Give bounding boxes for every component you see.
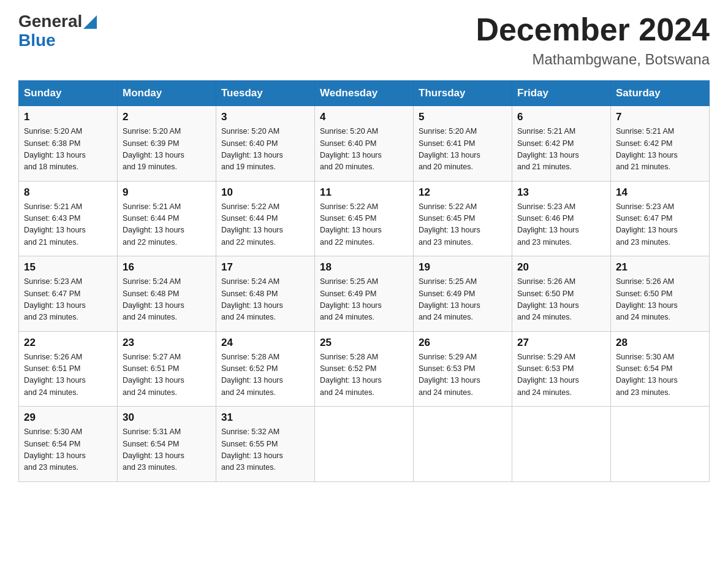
day-number: 29	[24, 412, 112, 424]
day-info: Sunrise: 5:26 AMSunset: 6:50 PMDaylight:…	[616, 276, 704, 324]
logo-triangle-icon	[83, 15, 97, 29]
day-cell: 31Sunrise: 5:32 AMSunset: 6:55 PMDayligh…	[216, 407, 315, 482]
day-cell: 28Sunrise: 5:30 AMSunset: 6:54 PMDayligh…	[611, 331, 710, 407]
day-cell: 9Sunrise: 5:21 AMSunset: 6:44 PMDaylight…	[118, 181, 216, 256]
day-info: Sunrise: 5:20 AMSunset: 6:41 PMDaylight:…	[419, 126, 507, 174]
day-cell: 23Sunrise: 5:27 AMSunset: 6:51 PMDayligh…	[118, 331, 216, 407]
day-info: Sunrise: 5:31 AMSunset: 6:54 PMDaylight:…	[123, 426, 211, 474]
day-number: 26	[419, 337, 507, 349]
day-cell: 15Sunrise: 5:23 AMSunset: 6:47 PMDayligh…	[19, 256, 118, 332]
day-cell	[414, 407, 512, 482]
day-cell: 3Sunrise: 5:20 AMSunset: 6:40 PMDaylight…	[216, 106, 315, 182]
day-cell: 22Sunrise: 5:26 AMSunset: 6:51 PMDayligh…	[19, 331, 118, 407]
day-cell: 7Sunrise: 5:21 AMSunset: 6:42 PMDaylight…	[611, 106, 710, 182]
day-info: Sunrise: 5:21 AMSunset: 6:44 PMDaylight:…	[123, 201, 211, 249]
day-cell: 16Sunrise: 5:24 AMSunset: 6:48 PMDayligh…	[118, 256, 216, 332]
day-cell: 19Sunrise: 5:25 AMSunset: 6:49 PMDayligh…	[414, 256, 512, 332]
day-number: 6	[517, 111, 605, 123]
day-info: Sunrise: 5:28 AMSunset: 6:52 PMDaylight:…	[221, 351, 309, 399]
day-number: 19	[419, 261, 507, 274]
day-number: 7	[616, 111, 704, 123]
day-info: Sunrise: 5:23 AMSunset: 6:46 PMDaylight:…	[517, 201, 605, 249]
day-number: 4	[320, 111, 408, 123]
day-number: 12	[419, 186, 507, 199]
day-number: 14	[616, 186, 704, 199]
day-cell: 12Sunrise: 5:22 AMSunset: 6:45 PMDayligh…	[414, 181, 512, 256]
day-number: 2	[123, 111, 211, 123]
header-monday: Monday	[118, 81, 216, 106]
page-header: General Blue December 2024 Mathambgwane,…	[18, 12, 710, 68]
day-info: Sunrise: 5:28 AMSunset: 6:52 PMDaylight:…	[320, 351, 408, 399]
day-number: 28	[616, 337, 704, 349]
day-info: Sunrise: 5:29 AMSunset: 6:53 PMDaylight:…	[419, 351, 507, 399]
logo-blue: Blue	[18, 31, 56, 50]
svg-marker-0	[83, 15, 97, 29]
day-cell: 11Sunrise: 5:22 AMSunset: 6:45 PMDayligh…	[315, 181, 414, 256]
day-info: Sunrise: 5:25 AMSunset: 6:49 PMDaylight:…	[320, 276, 408, 324]
logo-general: General	[18, 12, 82, 31]
day-info: Sunrise: 5:30 AMSunset: 6:54 PMDaylight:…	[616, 351, 704, 399]
day-number: 11	[320, 186, 408, 199]
day-number: 24	[221, 337, 309, 349]
day-info: Sunrise: 5:26 AMSunset: 6:50 PMDaylight:…	[517, 276, 605, 324]
day-cell: 5Sunrise: 5:20 AMSunset: 6:41 PMDaylight…	[414, 106, 512, 182]
day-info: Sunrise: 5:20 AMSunset: 6:40 PMDaylight:…	[221, 126, 309, 174]
day-cell: 10Sunrise: 5:22 AMSunset: 6:44 PMDayligh…	[216, 181, 315, 256]
day-number: 3	[221, 111, 309, 123]
day-info: Sunrise: 5:23 AMSunset: 6:47 PMDaylight:…	[24, 276, 112, 324]
day-number: 18	[320, 261, 408, 274]
day-info: Sunrise: 5:20 AMSunset: 6:39 PMDaylight:…	[123, 126, 211, 174]
header-sunday: Sunday	[19, 81, 118, 106]
calendar-title: December 2024	[476, 12, 710, 47]
day-cell: 29Sunrise: 5:30 AMSunset: 6:54 PMDayligh…	[19, 407, 118, 482]
day-info: Sunrise: 5:20 AMSunset: 6:38 PMDaylight:…	[24, 126, 112, 174]
day-info: Sunrise: 5:21 AMSunset: 6:42 PMDaylight:…	[616, 126, 704, 174]
day-cell: 13Sunrise: 5:23 AMSunset: 6:46 PMDayligh…	[512, 181, 611, 256]
week-row-1: 1Sunrise: 5:20 AMSunset: 6:38 PMDaylight…	[19, 106, 710, 182]
day-number: 13	[517, 186, 605, 199]
day-cell: 25Sunrise: 5:28 AMSunset: 6:52 PMDayligh…	[315, 331, 414, 407]
day-number: 10	[221, 186, 309, 199]
day-cell: 4Sunrise: 5:20 AMSunset: 6:40 PMDaylight…	[315, 106, 414, 182]
day-info: Sunrise: 5:27 AMSunset: 6:51 PMDaylight:…	[123, 351, 211, 399]
header-tuesday: Tuesday	[216, 81, 315, 106]
logo: General Blue	[18, 12, 97, 50]
day-cell: 17Sunrise: 5:24 AMSunset: 6:48 PMDayligh…	[216, 256, 315, 332]
header-row: SundayMondayTuesdayWednesdayThursdayFrid…	[19, 81, 710, 106]
day-cell: 6Sunrise: 5:21 AMSunset: 6:42 PMDaylight…	[512, 106, 611, 182]
day-cell: 30Sunrise: 5:31 AMSunset: 6:54 PMDayligh…	[118, 407, 216, 482]
day-cell: 8Sunrise: 5:21 AMSunset: 6:43 PMDaylight…	[19, 181, 118, 256]
day-cell: 18Sunrise: 5:25 AMSunset: 6:49 PMDayligh…	[315, 256, 414, 332]
day-info: Sunrise: 5:24 AMSunset: 6:48 PMDaylight:…	[123, 276, 211, 324]
day-cell: 24Sunrise: 5:28 AMSunset: 6:52 PMDayligh…	[216, 331, 315, 407]
day-info: Sunrise: 5:25 AMSunset: 6:49 PMDaylight:…	[419, 276, 507, 324]
day-cell: 27Sunrise: 5:29 AMSunset: 6:53 PMDayligh…	[512, 331, 611, 407]
week-row-3: 15Sunrise: 5:23 AMSunset: 6:47 PMDayligh…	[19, 256, 710, 332]
day-cell	[512, 407, 611, 482]
day-info: Sunrise: 5:21 AMSunset: 6:42 PMDaylight:…	[517, 126, 605, 174]
day-number: 20	[517, 261, 605, 274]
day-info: Sunrise: 5:32 AMSunset: 6:55 PMDaylight:…	[221, 426, 309, 474]
title-block: December 2024 Mathambgwane, Botswana	[476, 12, 710, 68]
day-number: 30	[123, 412, 211, 424]
day-number: 27	[517, 337, 605, 349]
day-cell: 1Sunrise: 5:20 AMSunset: 6:38 PMDaylight…	[19, 106, 118, 182]
day-info: Sunrise: 5:26 AMSunset: 6:51 PMDaylight:…	[24, 351, 112, 399]
day-number: 22	[24, 337, 112, 349]
day-cell: 14Sunrise: 5:23 AMSunset: 6:47 PMDayligh…	[611, 181, 710, 256]
day-cell	[611, 407, 710, 482]
day-info: Sunrise: 5:22 AMSunset: 6:45 PMDaylight:…	[419, 201, 507, 249]
day-info: Sunrise: 5:29 AMSunset: 6:53 PMDaylight:…	[517, 351, 605, 399]
day-number: 17	[221, 261, 309, 274]
header-thursday: Thursday	[414, 81, 512, 106]
day-info: Sunrise: 5:21 AMSunset: 6:43 PMDaylight:…	[24, 201, 112, 249]
week-row-2: 8Sunrise: 5:21 AMSunset: 6:43 PMDaylight…	[19, 181, 710, 256]
day-number: 5	[419, 111, 507, 123]
day-number: 31	[221, 412, 309, 424]
day-info: Sunrise: 5:22 AMSunset: 6:44 PMDaylight:…	[221, 201, 309, 249]
day-info: Sunrise: 5:22 AMSunset: 6:45 PMDaylight:…	[320, 201, 408, 249]
day-number: 1	[24, 111, 112, 123]
week-row-5: 29Sunrise: 5:30 AMSunset: 6:54 PMDayligh…	[19, 407, 710, 482]
day-cell: 20Sunrise: 5:26 AMSunset: 6:50 PMDayligh…	[512, 256, 611, 332]
day-info: Sunrise: 5:24 AMSunset: 6:48 PMDaylight:…	[221, 276, 309, 324]
